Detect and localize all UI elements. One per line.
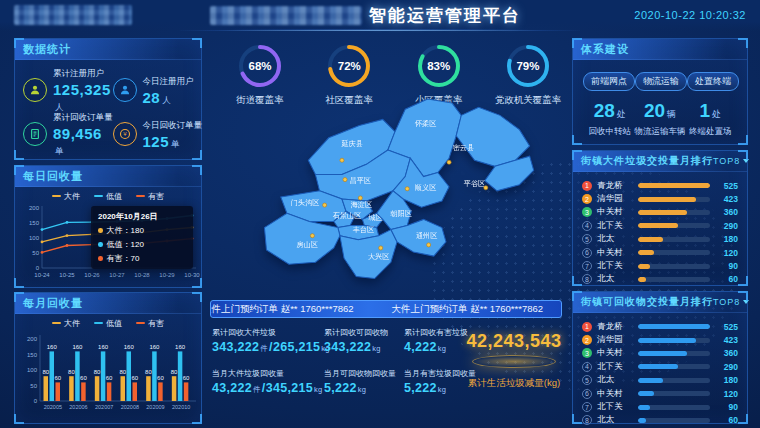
rank-value: 290 [715,221,738,231]
center-stat-value: 343,222kg [324,341,404,354]
user-icon [113,78,137,102]
center-stat: 当月可回收物回收量5,222kg [324,368,404,395]
svg-text:160: 160 [72,344,83,350]
tab-物流运输[interactable]: 物流运输 [635,72,687,91]
tab-前端网点[interactable]: 前端网点 [583,72,635,91]
reduction-label: 累计生活垃圾减量(kg) [466,377,562,390]
rank-name: 清华园 [597,334,633,346]
reduction-block: 42,243,543 累计生活垃圾减量(kg) [466,331,562,390]
panel-rank-recyclable: 街镇可回收物交投量月排行 TOP8 1青龙桥5252清华园4233中关村3604… [572,291,748,424]
rank-badge: 6 [582,248,592,258]
rank-name: 青龙桥 [597,321,633,333]
stat-unit: kg [438,344,447,353]
rank-bar-track [638,405,710,410]
chevron-down-icon [743,300,749,304]
center-stat: 累计回收大件垃圾343,222件/265,215kg [212,327,324,354]
rank-value: 120 [715,389,738,399]
rank-bar-track [638,264,710,269]
rank-row: 7北下关90 [582,259,738,272]
site-dot [447,160,451,164]
svg-text:80: 80 [42,369,49,375]
rank-bar-fill [638,338,696,343]
tooltip-dot [98,228,103,233]
district-label: 朝阳区 [389,210,411,218]
stat-number: 20 [644,100,665,121]
logo [14,5,132,25]
svg-text:202008: 202008 [121,404,139,410]
legend-label: 大件 [64,191,80,202]
svg-text:100: 100 [29,235,40,241]
stat-number: 265,215 [273,340,320,354]
rank-bar-fill [638,237,663,242]
svg-text:202007: 202007 [95,404,113,410]
top-selector-label: TOP8 [713,156,740,166]
rank-bar-fill [638,210,687,215]
svg-text:200: 200 [27,336,38,342]
legend-item: 低值 [94,318,122,329]
rank-bar-fill [638,378,663,383]
rank-badge: 2 [582,335,592,345]
svg-text:60: 60 [106,375,113,381]
system-stat-value: 28处 [585,101,635,120]
system-tabs: 前端网点物流运输处置终端 [573,60,747,91]
stat-number: 345,215 [266,381,313,395]
system-stats: 28处回收中转站20辆物流运输车辆1处终端处置场 [573,91,747,138]
tooltip-text: 有害：70 [107,253,140,264]
stat-number: 28 [594,100,615,121]
gauge-percent: 72% [325,42,373,90]
tooltip-dot [98,256,103,261]
district-label: 石景山区 [333,211,362,220]
rank-bar-track [638,324,710,329]
svg-text:10-28: 10-28 [134,272,150,278]
district-密云县[interactable] [456,107,529,166]
district-label: 昌平区 [350,176,371,185]
panel-system: 体系建设 前端网点物流运输处置终端 28处回收中转站20辆物流运输车辆1处终端处… [572,38,748,145]
tab-处置终端[interactable]: 处置终端 [687,72,739,91]
stat-number: 43,222 [212,381,252,395]
svg-text:100: 100 [27,367,38,373]
svg-text:10-25: 10-25 [59,272,75,278]
rank-bar-fill [638,324,710,329]
svg-text:50: 50 [32,250,39,256]
stat-unit: 件 [253,385,261,394]
stat-value: 125单 [143,134,203,149]
stat-unit: 单 [55,146,64,156]
site-dot [340,158,344,162]
rank-row: 2清华园423 [582,333,738,346]
legend-marker [136,195,145,198]
stat-unit: 处 [712,109,721,119]
system-stat-value: 20辆 [635,101,686,120]
center-stat-value: 5,222kg [404,382,468,395]
district-label: 怀柔区 [414,119,436,128]
tooltip-dot [98,242,103,247]
user-icon [23,78,47,102]
legend-label: 低值 [106,318,122,329]
center-stat-value: 5,222kg [324,382,404,395]
legend-label: 低值 [106,191,122,202]
pedestal-glow [472,355,556,368]
rank-bar-track [638,418,710,423]
chevron-down-icon [743,159,749,163]
center-stat-label: 当月可回收物回收量 [324,368,404,379]
svg-text:10-29: 10-29 [159,272,175,278]
top-selector[interactable]: TOP8 [713,297,749,307]
rank-badge: 8 [582,415,592,425]
rank-bar-fill [638,183,710,188]
header: 智能运营管理平台 2020-10-22 10:20:32 [0,0,760,31]
rank-bar-track [638,277,710,282]
daily-tooltip: 2020年10月26日大件：180低值：120有害：70 [91,206,193,269]
legend-item: 有害 [136,318,164,329]
rank-bar-track [638,250,710,255]
tooltip-date: 2020年10月26日 [98,211,186,222]
rank-name: 北太 [597,414,633,426]
rank-badge: 1 [582,322,592,332]
rank-bar-track [638,391,710,396]
rank-name: 中关村 [597,206,633,218]
svg-text:202009: 202009 [146,404,164,410]
top-selector[interactable]: TOP8 [713,156,749,166]
rank-row: 8北太60 [582,273,738,286]
svg-text:202005: 202005 [44,404,62,410]
rank-bar-fill [638,250,654,255]
center-stat: 当月有害垃圾回收量5,222kg [404,368,468,395]
stat-number: 343,222 [212,340,259,354]
